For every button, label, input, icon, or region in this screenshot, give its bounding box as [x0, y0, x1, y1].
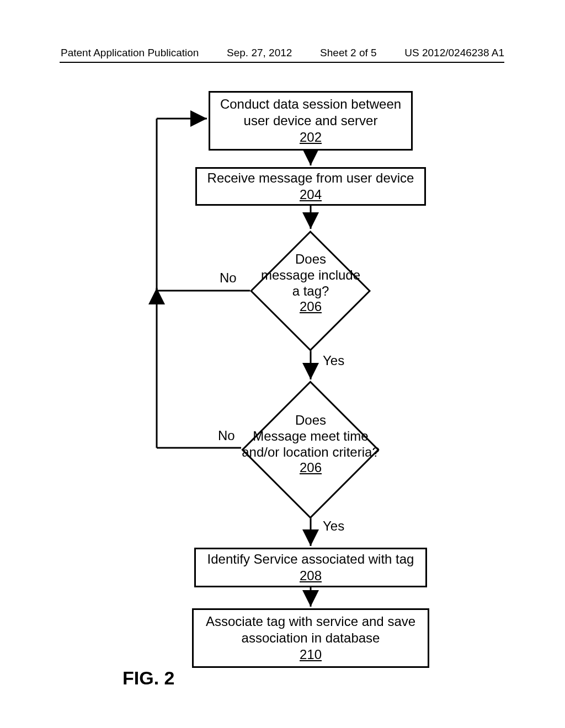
flowchart-canvas: Conduct data session between user device…	[0, 0, 565, 728]
step-202-box: Conduct data session between user device…	[209, 91, 413, 151]
step-202-ref: 202	[300, 129, 322, 146]
decision-206a-line3: a tag?	[292, 283, 329, 299]
step-210-ref: 210	[300, 646, 322, 663]
decision-206b-line3: and/or location criteria?	[242, 445, 379, 461]
decision-206b: Does Message meet time and/or location c…	[241, 381, 380, 519]
decision-206a-line1: Does	[295, 251, 326, 267]
step-210-text: Associate tag with service and save asso…	[198, 613, 423, 646]
decision-206b-line1: Does	[295, 413, 326, 429]
decision-206a: Does message include a tag? 206	[250, 231, 371, 352]
step-208-box: Identify Service associated with tag 208	[194, 548, 427, 587]
step-208-text: Identify Service associated with tag	[207, 551, 414, 568]
step-210-box: Associate tag with service and save asso…	[192, 608, 429, 668]
decision-206b-text: Does Message meet time and/or location c…	[226, 413, 396, 476]
decision-206a-text: Does message include a tag? 206	[239, 251, 382, 315]
label-no-206a: No	[220, 270, 237, 286]
decision-206b-ref: 206	[300, 460, 322, 476]
step-204-ref: 204	[300, 186, 322, 203]
figure-label: FIG. 2	[122, 667, 174, 689]
step-202-text: Conduct data session between user device…	[215, 96, 407, 129]
label-yes-206a: Yes	[323, 353, 344, 368]
label-yes-206b: Yes	[323, 518, 344, 534]
step-204-text: Receive message from user device	[207, 170, 414, 186]
decision-206a-line2: message include	[261, 267, 360, 283]
step-204-box: Receive message from user device 204	[195, 167, 426, 206]
step-208-ref: 208	[300, 568, 322, 584]
decision-206b-line2: Message meet time	[253, 429, 368, 445]
decision-206a-ref: 206	[300, 299, 322, 315]
label-no-206b: No	[218, 428, 235, 443]
